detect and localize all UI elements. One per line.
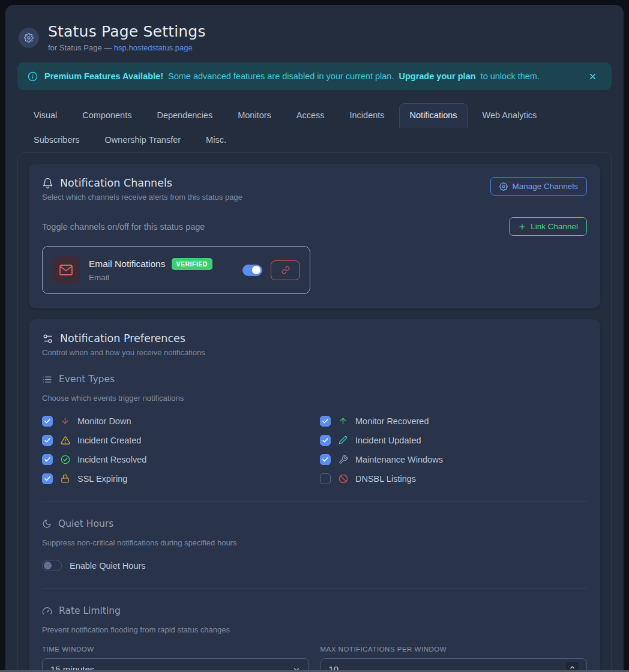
event-types-title: Event Types [59, 374, 115, 385]
quiet-hours-description: Suppress non-critical notifications duri… [42, 538, 587, 547]
event-label: Incident Created [77, 436, 141, 445]
premium-banner: Premium Features Available! Some advance… [17, 62, 612, 90]
email-channel-card: Email Notifications VERIFIED Email [42, 246, 310, 294]
event-row-monitor-recovered: Monitor Recovered [320, 415, 587, 427]
tab-ownership-transfer[interactable]: Ownership Transfer [94, 128, 192, 152]
monitor-recovered-checkbox[interactable] [320, 416, 331, 427]
check-circle-icon [60, 455, 70, 464]
upgrade-plan-link[interactable]: Upgrade your plan [399, 71, 475, 81]
channel-name: Email Notifications [89, 259, 166, 269]
event-types-heading: Event Types [42, 374, 587, 385]
rate-limiting-heading: Rate Limiting [42, 605, 587, 616]
event-types-description: Choose which events trigger notification… [42, 394, 587, 403]
page-title: Status Page Settings [48, 23, 206, 40]
notification-preferences-card: Notification Preferences Control when an… [29, 319, 600, 672]
manage-channels-button[interactable]: Manage Channels [490, 177, 587, 196]
event-label: Incident Resolved [77, 455, 146, 464]
arrow-down-icon [60, 416, 70, 425]
bell-icon [42, 178, 53, 189]
status-page-domain-link[interactable]: hsp.hostedstatus.page [114, 43, 193, 52]
ssl-expiring-checkbox[interactable] [42, 473, 53, 484]
channel-icon-tile [52, 256, 80, 284]
event-label: Monitor Down [77, 416, 131, 426]
section-divider [42, 501, 587, 502]
channels-card-title: Notification Channels [60, 177, 172, 189]
dnsbl-listings-checkbox[interactable] [320, 473, 331, 484]
preferences-card-subtitle: Control when and how you receive notific… [42, 348, 587, 357]
banner-text: Premium Features Available! Some advance… [44, 71, 542, 81]
pencil-icon [338, 436, 348, 445]
unlink-channel-button[interactable] [271, 260, 300, 280]
verified-badge: VERIFIED [172, 258, 212, 270]
tab-incidents[interactable]: Incidents [339, 103, 396, 128]
incident-created-checkbox[interactable] [42, 435, 53, 446]
event-label: SSL Expiring [77, 474, 127, 484]
link-channel-button[interactable]: Link Channel [509, 217, 587, 236]
toggle-channels-hint: Toggle channels on/off for this status p… [42, 222, 205, 232]
close-icon[interactable] [586, 70, 600, 83]
banner-title: Premium Features Available! [44, 71, 163, 81]
rate-limiting-description: Prevent notification flooding from rapid… [42, 625, 587, 634]
tab-subscribers[interactable]: Subscribers [23, 128, 91, 152]
avatar [19, 28, 39, 48]
event-label: Incident Updated [355, 436, 421, 445]
preferences-card-title: Notification Preferences [60, 332, 185, 344]
tools-icon [338, 455, 348, 464]
ban-icon [338, 474, 348, 484]
tab-access[interactable]: Access [286, 103, 336, 128]
incident-updated-checkbox[interactable] [320, 435, 331, 446]
rate-limiting-title: Rate Limiting [59, 605, 121, 616]
channels-card-subtitle: Select which channels receive alerts fro… [42, 193, 242, 202]
tab-monitors[interactable]: Monitors [227, 103, 282, 128]
event-row-incident-updated: Incident Updated [320, 434, 587, 446]
mail-icon [59, 263, 73, 277]
notifications-tab-panel: Notification Channels Select which chann… [17, 152, 612, 672]
event-types-grid: Monitor Down Incident Created Incident R… [42, 415, 587, 484]
event-row-monitor-down: Monitor Down [42, 415, 309, 427]
maintenance-windows-checkbox[interactable] [320, 454, 331, 465]
tab-notifications[interactable]: Notifications [399, 103, 468, 128]
event-row-dnsbl-listings: DNSBL Listings [320, 473, 587, 484]
moon-icon [42, 519, 52, 529]
settings-tab-bar: Visual Components Dependencies Monitors … [23, 103, 617, 152]
manage-channels-label: Manage Channels [512, 182, 578, 191]
lock-icon [60, 474, 70, 483]
arrow-up-icon [338, 416, 348, 425]
tab-components[interactable]: Components [71, 103, 142, 128]
event-row-incident-created: Incident Created [42, 434, 309, 446]
incident-resolved-checkbox[interactable] [42, 454, 53, 465]
quiet-hours-heading: Quiet Hours [42, 518, 587, 529]
channel-type: Email [89, 273, 212, 282]
preferences-card-title-row: Notification Preferences [42, 332, 587, 344]
tab-visual[interactable]: Visual [23, 103, 68, 128]
tab-misc[interactable]: Misc. [195, 128, 237, 152]
tab-web-analytics[interactable]: Web Analytics [472, 103, 548, 128]
subtitle-text: for Status Page — [48, 43, 112, 52]
enable-quiet-hours-label: Enable Quiet Hours [70, 561, 146, 571]
event-label: DNSBL Listings [355, 474, 416, 484]
section-divider [42, 588, 587, 589]
time-window-label: TIME WINDOW [42, 646, 309, 653]
page-subtitle: for Status Page — hsp.hostedstatus.page [48, 43, 206, 52]
tab-dependencies[interactable]: Dependencies [146, 103, 223, 128]
link-icon [281, 266, 290, 274]
channels-card-title-row: Notification Channels [42, 177, 242, 189]
gauge-icon [42, 606, 52, 616]
status-page-settings-window: Status Page Settings for Status Page — h… [5, 5, 624, 672]
monitor-down-checkbox[interactable] [42, 416, 53, 427]
enable-quiet-hours-toggle[interactable] [42, 560, 62, 571]
quiet-hours-toggle-row: Enable Quiet Hours [42, 560, 587, 571]
event-row-maintenance-windows: Maintenance Windows [320, 454, 587, 465]
email-channel-toggle[interactable] [242, 265, 262, 276]
banner-suffix: to unlock them. [481, 71, 540, 81]
rate-limiting-form: TIME WINDOW 15 minutes MAX NOTIFICATIONS… [42, 646, 587, 672]
event-row-incident-resolved: Incident Resolved [42, 454, 309, 465]
sliders-icon [42, 333, 53, 344]
gear-icon [499, 182, 508, 191]
link-channel-label: Link Channel [531, 222, 578, 231]
warning-icon [60, 436, 70, 445]
event-row-ssl-expiring: SSL Expiring [42, 473, 309, 484]
quiet-hours-title: Quiet Hours [58, 518, 113, 529]
banner-body: Some advanced features are disabled in y… [168, 71, 394, 81]
list-icon [42, 374, 52, 385]
